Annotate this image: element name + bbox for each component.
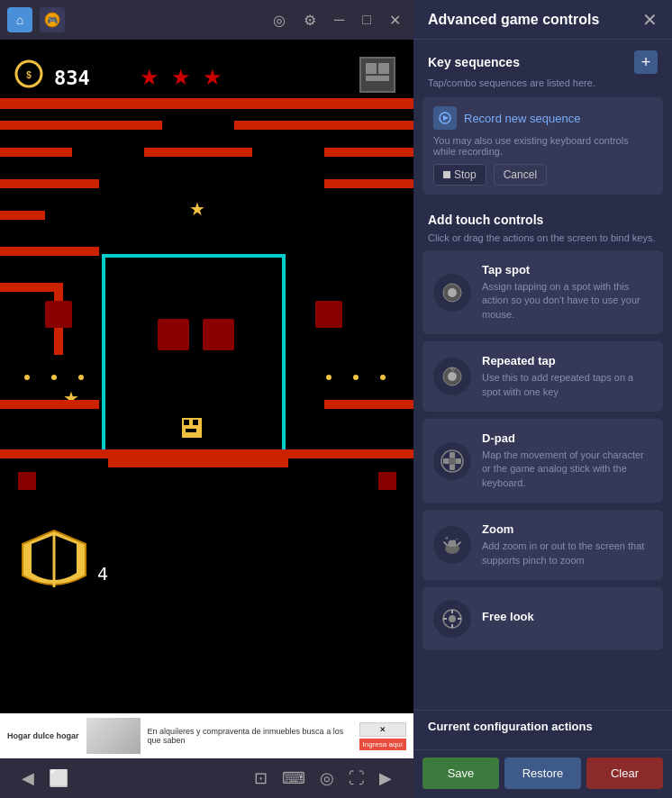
record-icon xyxy=(433,106,457,130)
repeated-tap-card[interactable]: ↻ Repeated tap Use this to add repeated … xyxy=(422,341,663,412)
tap-spot-desc: Assign tapping on a spot with this actio… xyxy=(482,280,652,322)
key-sequences-header: Key sequences + xyxy=(413,40,672,77)
next-button[interactable]: ▶ xyxy=(372,765,399,792)
touch-controls-header: Add touch controls xyxy=(413,204,672,231)
svg-rect-45 xyxy=(315,301,342,328)
svg-rect-24 xyxy=(184,420,189,425)
game-screen[interactable]: $ 834 ★ ★ ★ ★ xyxy=(0,40,413,713)
svg-rect-10 xyxy=(366,63,377,74)
svg-rect-14 xyxy=(0,121,162,130)
cancel-button[interactable]: Cancel xyxy=(494,164,547,186)
titlebar: ⌂ 🎮 ◎ ⚙ ─ □ ✕ xyxy=(0,0,413,40)
svg-text:★: ★ xyxy=(203,65,222,89)
zoom-info: Zoom Add zoom in or out to the screen th… xyxy=(482,522,652,567)
keyboard-button[interactable]: ⌨ xyxy=(275,765,313,792)
zoom-card[interactable]: + - Zoom Add zoom in or out to the scree… xyxy=(422,510,663,580)
ad-text-1: Hogar dulce hogar xyxy=(7,731,79,740)
zoom-desc: Add zoom in or out to the screen that su… xyxy=(482,540,652,567)
svg-rect-12 xyxy=(366,76,389,81)
game-panel: ⌂ 🎮 ◎ ⚙ ─ □ ✕ $ 834 ★ ★ ★ xyxy=(0,0,413,798)
svg-text:★: ★ xyxy=(189,199,205,219)
svg-point-37 xyxy=(353,375,359,380)
touch-controls-desc: Click or drag the actions on the screen … xyxy=(413,231,672,250)
svg-rect-31 xyxy=(0,283,54,292)
touch-controls-title: Add touch controls xyxy=(428,213,658,227)
svg-point-34 xyxy=(51,375,57,380)
repeated-tap-title: Repeated tap xyxy=(482,354,652,367)
repeated-tap-icon: ↻ xyxy=(433,358,471,395)
svg-text:834: 834 xyxy=(54,67,90,89)
svg-text:★: ★ xyxy=(171,65,191,89)
zoom-title: Zoom xyxy=(482,522,652,536)
svg-rect-40 xyxy=(0,449,413,458)
svg-rect-18 xyxy=(324,148,413,157)
right-panel: Advanced game controls ✕ Key sequences +… xyxy=(413,0,672,798)
action-buttons: Save Restore Clear xyxy=(413,749,672,798)
close-button[interactable]: ✕ xyxy=(384,8,406,32)
svg-rect-26 xyxy=(186,429,196,432)
record-desc: You may also use existing keyboard contr… xyxy=(433,135,652,157)
free-look-title: Free look xyxy=(482,610,652,623)
clear-button[interactable]: Clear xyxy=(586,757,663,789)
maximize-button[interactable]: □ xyxy=(357,8,377,32)
repeated-tap-desc: Use this to add repeated taps on a spot … xyxy=(482,371,652,399)
svg-point-69 xyxy=(449,615,456,622)
svg-text:★: ★ xyxy=(140,65,159,89)
svg-text:4: 4 xyxy=(97,563,108,585)
svg-rect-15 xyxy=(234,121,413,130)
svg-point-36 xyxy=(326,375,331,380)
stop-label: Stop xyxy=(454,168,477,181)
location-icon[interactable]: ◎ xyxy=(268,8,291,32)
current-config-section: Current configuration actions xyxy=(413,710,672,749)
svg-rect-43 xyxy=(324,400,413,409)
tap-spot-card[interactable]: Tap spot Assign tapping on a spot with t… xyxy=(422,250,663,334)
camera-button[interactable]: ◎ xyxy=(313,765,341,792)
zoom-icon: + - xyxy=(433,526,471,564)
screenshot-button[interactable]: ⊡ xyxy=(247,765,275,792)
svg-rect-41 xyxy=(108,458,288,467)
svg-point-38 xyxy=(380,375,386,380)
settings-icon[interactable]: ⚙ xyxy=(298,8,322,32)
ad-close-button[interactable]: ✕ xyxy=(359,722,406,737)
svg-rect-49 xyxy=(378,472,396,490)
home-button[interactable]: ⌂ xyxy=(7,7,32,32)
stop-button[interactable]: Stop xyxy=(433,164,486,186)
dpad-title: D-pad xyxy=(482,431,652,445)
dpad-card[interactable]: D-pad Map the movement of your character… xyxy=(422,419,663,503)
free-look-card[interactable]: Free look xyxy=(422,587,663,650)
ad-banner: Hogar dulce hogar En alquileres y compra… xyxy=(0,713,413,758)
svg-point-55 xyxy=(448,372,457,381)
app-icon-button[interactable]: 🎮 xyxy=(40,7,65,32)
key-sequences-desc: Tap/combo sequences are listed here. xyxy=(413,77,672,97)
svg-line-65 xyxy=(458,542,460,545)
svg-rect-2 xyxy=(0,40,413,713)
svg-point-53 xyxy=(448,288,457,297)
svg-rect-27 xyxy=(0,179,99,188)
svg-text:-: - xyxy=(456,535,459,541)
svg-marker-51 xyxy=(443,115,449,121)
current-config-title: Current configuration actions xyxy=(428,720,658,733)
record-sequence-card: Record new sequence You may also use exi… xyxy=(422,97,663,195)
back-button[interactable]: ◀ xyxy=(14,765,41,792)
tap-spot-title: Tap spot xyxy=(482,263,652,277)
save-button[interactable]: Save xyxy=(422,757,499,789)
restore-button[interactable]: Restore xyxy=(504,757,581,789)
record-title: Record new sequence xyxy=(464,112,580,125)
svg-text:🎮: 🎮 xyxy=(47,14,59,26)
ad-cta-button[interactable]: Ingresa aquí xyxy=(359,739,406,750)
panel-content[interactable]: Key sequences + Tap/combo sequences are … xyxy=(413,40,672,710)
tap-spot-info: Tap spot Assign tapping on a spot with t… xyxy=(482,263,652,322)
svg-rect-16 xyxy=(0,148,72,157)
panel-close-button[interactable]: ✕ xyxy=(642,11,658,29)
svg-rect-17 xyxy=(144,148,252,157)
svg-line-64 xyxy=(444,542,447,545)
home-button-bottom[interactable]: ⬜ xyxy=(41,765,76,792)
svg-rect-22 xyxy=(203,319,234,350)
bottom-bar: ◀ ⬜ ⊡ ⌨ ◎ ⛶ ▶ xyxy=(0,758,413,798)
expand-button[interactable]: ⛶ xyxy=(341,766,372,792)
dpad-icon xyxy=(433,442,471,480)
svg-rect-21 xyxy=(158,319,189,350)
svg-rect-29 xyxy=(324,179,413,188)
minimize-button[interactable]: ─ xyxy=(329,8,350,32)
add-sequence-button[interactable]: + xyxy=(634,50,658,74)
